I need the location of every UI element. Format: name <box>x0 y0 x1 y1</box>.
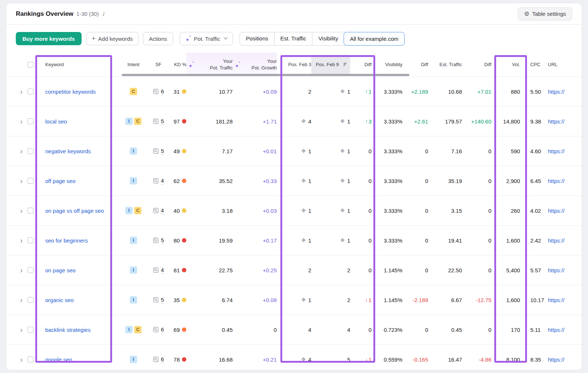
col-header-kd[interactable]: KD % <box>168 53 186 76</box>
sf-count[interactable]: 6 <box>161 88 164 95</box>
sf-count[interactable]: 4 <box>161 267 164 274</box>
col-header-vis-diff[interactable]: Diff <box>402 53 428 76</box>
intent-badge[interactable]: C <box>130 88 137 95</box>
sf-count[interactable]: 4 <box>161 207 164 214</box>
info-icon[interactable]: i <box>103 11 104 17</box>
serp-features-icon[interactable] <box>153 89 159 94</box>
intent-badge[interactable]: C <box>134 326 141 333</box>
col-header-est-diff[interactable]: Diff <box>462 53 491 76</box>
url-link[interactable]: https:// <box>548 178 564 184</box>
url-link[interactable]: https:// <box>548 237 564 244</box>
col-header-cpc[interactable]: CPC <box>520 53 543 76</box>
col-header-diff[interactable]: Diff <box>350 53 372 76</box>
col-header-sf[interactable]: SF <box>149 53 168 76</box>
serp-features-icon[interactable] <box>153 178 159 184</box>
url-link[interactable]: https:// <box>548 148 564 154</box>
sf-count[interactable]: 4 <box>161 177 164 184</box>
sf-count[interactable]: 6 <box>161 326 164 333</box>
keyword-link[interactable]: on page seo <box>45 267 76 273</box>
url-link[interactable]: https:// <box>548 356 564 363</box>
serp-features-icon[interactable] <box>153 148 159 154</box>
col-header-intent[interactable]: Intent <box>118 53 149 76</box>
row-checkbox[interactable] <box>28 356 33 362</box>
keyword-link[interactable]: off page seo <box>45 178 75 184</box>
keyword-link[interactable]: competitor keywords <box>45 89 96 95</box>
expand-row-icon[interactable]: › <box>20 177 23 184</box>
url-link[interactable]: https:// <box>548 267 564 273</box>
url-link[interactable]: https:// <box>548 297 564 303</box>
intent-badge[interactable]: I <box>130 177 137 184</box>
intent-badge[interactable]: I <box>125 207 133 214</box>
tab-est-traffic[interactable]: Est. Traffic <box>274 32 312 45</box>
intent-badge[interactable]: I <box>130 356 137 363</box>
intent-badge[interactable]: I <box>130 266 137 274</box>
expand-row-icon[interactable]: › <box>20 326 23 333</box>
sf-count[interactable]: 5 <box>161 118 164 125</box>
serp-features-icon[interactable] <box>153 297 159 303</box>
keyword-link[interactable]: seo for beginners <box>45 237 88 244</box>
keyword-link[interactable]: local seo <box>45 118 67 125</box>
serp-features-icon[interactable] <box>153 267 159 273</box>
serp-features-icon[interactable] <box>153 327 159 333</box>
row-checkbox[interactable] <box>28 118 33 124</box>
intent-badge[interactable]: I <box>125 118 133 125</box>
intent-badge[interactable]: I <box>130 237 137 244</box>
sf-count[interactable]: 5 <box>161 148 164 155</box>
col-header-pot-traffic[interactable]: ✦✦ YourPot. Traffic <box>186 53 233 76</box>
url-link[interactable]: https:// <box>548 89 564 95</box>
tab-all-for-domain[interactable]: All for example.com <box>344 32 405 46</box>
keyword-link[interactable]: organic seo <box>45 297 74 303</box>
expand-row-icon[interactable]: › <box>20 296 23 304</box>
horizontal-scrollbar[interactable] <box>122 74 409 76</box>
expand-row-icon[interactable]: › <box>20 237 23 244</box>
select-all-checkbox[interactable] <box>28 62 33 68</box>
col-header-est-traffic[interactable]: Est. Traffic <box>428 53 462 76</box>
expand-row-icon[interactable]: › <box>20 147 23 155</box>
col-header-pos-feb3[interactable]: Pos. Feb 3 <box>277 53 311 76</box>
sf-count[interactable]: 5 <box>161 297 164 304</box>
row-checkbox[interactable] <box>28 178 33 184</box>
col-header-vol[interactable]: Vol. <box>491 53 520 76</box>
row-checkbox[interactable] <box>28 327 33 333</box>
col-header-pos-feb9[interactable]: Pos. Feb 9 <box>311 55 350 75</box>
intent-badge[interactable]: C <box>134 118 141 125</box>
keyword-link[interactable]: google seo <box>45 356 72 363</box>
col-header-visibility[interactable]: Visibility <box>372 53 402 76</box>
buy-more-keywords-button[interactable]: Buy more keywords <box>16 32 82 45</box>
actions-button[interactable]: Actions <box>143 32 173 45</box>
sf-count[interactable]: 6 <box>161 356 164 363</box>
tab-visibility[interactable]: Visibility <box>312 32 344 45</box>
url-link[interactable]: https:// <box>548 208 564 214</box>
intent-badge[interactable]: I <box>125 326 133 333</box>
row-checkbox[interactable] <box>28 208 33 214</box>
url-link[interactable]: https:// <box>548 327 564 333</box>
expand-row-icon[interactable]: › <box>20 88 23 95</box>
serp-features-icon[interactable] <box>153 208 159 214</box>
col-header-pot-growth[interactable]: ✦✦ YourPot. Growth <box>233 53 277 76</box>
expand-row-icon[interactable]: › <box>20 207 23 214</box>
serp-features-icon[interactable] <box>153 118 159 124</box>
intent-badge[interactable]: I <box>130 147 137 155</box>
row-checkbox[interactable] <box>28 267 33 273</box>
serp-features-icon[interactable] <box>153 237 159 243</box>
serp-features-icon[interactable] <box>153 356 159 362</box>
sf-count[interactable]: 5 <box>161 237 164 244</box>
row-checkbox[interactable] <box>28 297 33 303</box>
keyword-link[interactable]: on page vs off page seo <box>45 208 104 214</box>
url-link[interactable]: https:// <box>548 118 564 125</box>
expand-row-icon[interactable]: › <box>20 356 23 363</box>
intent-badge[interactable]: I <box>130 296 137 304</box>
expand-row-icon[interactable]: › <box>20 266 23 274</box>
intent-badge[interactable]: C <box>134 207 141 214</box>
tab-positions[interactable]: Positions <box>240 32 274 45</box>
row-checkbox[interactable] <box>28 89 33 94</box>
row-checkbox[interactable] <box>28 148 33 154</box>
keyword-link[interactable]: backlink strategies <box>45 327 90 333</box>
col-header-keyword[interactable]: Keyword <box>41 53 118 76</box>
row-checkbox[interactable] <box>28 237 33 243</box>
add-keywords-button[interactable]: + Add keywords <box>86 32 139 45</box>
metric-dropdown[interactable]: ✦✦ Pot. Traffic <box>180 32 233 45</box>
expand-row-icon[interactable]: › <box>20 118 23 125</box>
keyword-link[interactable]: negative keywords <box>45 148 91 154</box>
col-header-url[interactable]: URL <box>543 53 582 76</box>
